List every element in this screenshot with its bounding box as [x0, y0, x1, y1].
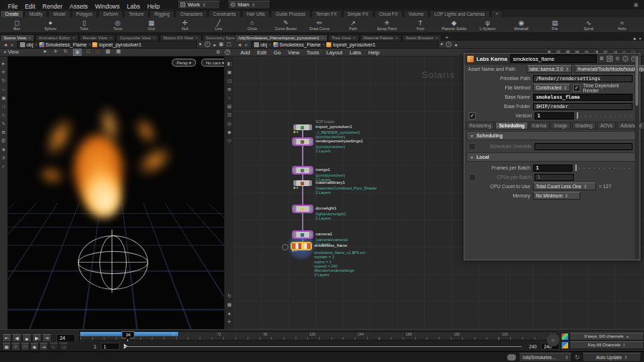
shelf-tool[interactable]: ψL-System — [471, 17, 504, 32]
shelf-tool[interactable]: ✏Draw Curve — [303, 17, 336, 32]
node-body[interactable] — [293, 180, 312, 186]
local-section-header[interactable]: Local — [467, 152, 638, 162]
node-import-pyrosolver[interactable]: SOP Import import_pyrosolver1 ../_RENDER… — [293, 124, 312, 130]
file-method-dropdown[interactable]: Constructed — [533, 84, 570, 92]
snapshot-icon[interactable]: ▣ — [219, 41, 224, 47]
menu-item[interactable]: Windows — [92, 3, 123, 10]
node-body[interactable] — [293, 167, 312, 173]
snap-tool-icon[interactable]: □ — [86, 49, 90, 56]
display-toggle-icon[interactable]: ▦ — [227, 302, 231, 308]
timeline-ruler[interactable]: 024487296120144168192216240 24 — [79, 331, 557, 341]
forward-icon[interactable]: ► — [244, 42, 249, 47]
pane-menu-icon[interactable]: ▾ — [639, 36, 641, 41]
base-name-field[interactable]: smokeless_flame — [533, 94, 633, 101]
shelf-tool[interactable]: ≈Helix — [605, 17, 639, 32]
display-toggle-icon[interactable]: ▲ — [227, 310, 231, 316]
display-toggle-icon[interactable]: ☷ — [228, 112, 232, 118]
playhead-flag[interactable]: 24 — [122, 331, 135, 338]
shelf-tab[interactable]: Rigging — [150, 10, 175, 17]
playbar-option-icon[interactable]: ▦ — [2, 343, 11, 351]
shelf-tab[interactable]: LOP Lights and Cameras — [429, 10, 490, 17]
node-smokeless-flame-rop[interactable]: smokeless_flame smokeless_flame_v1.$F4.e… — [292, 243, 311, 249]
viewport-tool-icon[interactable]: □ — [2, 104, 5, 109]
shelf-tab[interactable]: Characters — [175, 10, 208, 17]
display-toggle-icon[interactable]: ↻ — [228, 293, 231, 299]
shelf-tab[interactable]: Constraints — [208, 10, 241, 17]
breadcrumb-scene[interactable]: Smokeless_Flame — [273, 42, 321, 47]
display-toggle-icon[interactable]: ⊞ — [228, 87, 231, 92]
display-toggle-icon[interactable]: ◫ — [227, 78, 231, 84]
display-toggle-icon[interactable]: ✛ — [228, 319, 231, 325]
asset-path-dropdown[interactable]: /home/ati/Tools/htools/houdini/pac... — [575, 65, 644, 73]
shelf-tab[interactable]: Cloud FX — [374, 10, 403, 17]
shelf-tab[interactable]: Guide Process — [270, 10, 310, 17]
search-icon[interactable]: ⊙ — [615, 56, 620, 62]
pane-maximize-icon[interactable]: ■ — [633, 36, 636, 41]
display-toggle-icon[interactable]: ▤ — [227, 104, 231, 109]
shelf-tab[interactable]: + — [491, 10, 504, 17]
network-menu-item[interactable]: Go — [270, 49, 283, 56]
breadcrumb-root[interactable]: obj — [254, 42, 267, 47]
shelf-tool[interactable]: ◎Torus — [101, 17, 135, 32]
shelf-tab[interactable]: Texture — [124, 10, 149, 17]
node-domelight[interactable]: domelight1 /lights/domelight12 Layers — [293, 206, 312, 212]
shelf-tool[interactable]: ◉Metaball — [504, 17, 538, 32]
menu-item[interactable]: Render — [39, 3, 66, 10]
viewport-tool-icon[interactable]: ◈ — [2, 147, 6, 152]
shelf-tool[interactable]: ✛Null — [168, 17, 202, 32]
param-tab[interactable]: Scheduling — [495, 122, 528, 129]
select-tool-icon[interactable]: ► — [42, 49, 49, 56]
shelf-tool[interactable]: ∿Spiral — [572, 17, 605, 32]
scene-viewport[interactable]: Persp ▾ No cam ▾ ►✛↻↔▣□◇✎⊞☰◈#✓ ◧▣◫⊞○▤☷◎◆… — [0, 57, 234, 329]
gear-icon[interactable]: ⚙ — [215, 49, 221, 55]
viewport-tool-icon[interactable]: ✛ — [1, 69, 5, 75]
viewport-tool-icon[interactable]: ▣ — [1, 95, 6, 101]
path-dropdown-icon[interactable]: ▾ — [199, 41, 202, 47]
node-camera[interactable]: camera1 /cameras/camera12 Layers — [293, 232, 312, 238]
gear-icon[interactable]: ⚙ — [600, 56, 604, 62]
range-limit-icon[interactable]: ⇤ — [49, 343, 58, 351]
param-tab[interactable]: Rendering — [466, 122, 494, 129]
help-icon[interactable]: ? — [225, 49, 230, 55]
node-merge[interactable]: merge1 (pyro/pyrosolver)2 Layers — [293, 167, 312, 173]
view-menu[interactable]: ⌖ View — [4, 49, 19, 55]
display-toggle-icon[interactable]: ○ — [228, 95, 231, 101]
param-tab[interactable]: Advanced — [617, 122, 644, 129]
render-view-icon[interactable]: ◎ — [94, 49, 100, 56]
playbar-option-icon[interactable]: ⇥ — [39, 343, 48, 351]
viewport-tool-icon[interactable]: ✓ — [1, 164, 5, 170]
viewport-tool-icon[interactable]: ↻ — [1, 78, 5, 84]
shelf-tab[interactable]: Model — [48, 10, 70, 17]
shelf-tool[interactable]: ●Sphere — [34, 17, 67, 32]
help-card-icon[interactable]: H — [607, 56, 613, 62]
range-start-field[interactable]: 1 — [101, 343, 119, 350]
menubar-right-icon[interactable]: ▣ — [633, 2, 638, 8]
node-body[interactable] — [293, 139, 312, 145]
shelf-tab[interactable]: Modify — [24, 10, 48, 17]
frames-per-batch-slider[interactable] — [575, 165, 633, 171]
new-tab-button[interactable]: + — [442, 34, 452, 41]
viewport-tool-icon[interactable]: ☰ — [1, 138, 6, 144]
node-body[interactable] — [293, 232, 312, 238]
playbar-option-icon[interactable]: ◉ — [30, 343, 39, 351]
viewport-tool-icon[interactable]: ✎ — [1, 121, 5, 127]
key-icon[interactable]: ○ — [546, 333, 560, 347]
asset-definition-dropdown[interactable]: labs::karma::2.0 — [527, 65, 572, 73]
shelf-tab[interactable]: Volume — [404, 10, 429, 17]
node-body[interactable] — [293, 206, 312, 212]
network-menu-item[interactable]: Labs — [346, 49, 364, 56]
warning-icon[interactable]: ! — [446, 41, 452, 47]
display-option-icon[interactable]: ▩ — [105, 49, 112, 56]
persp-view-pill[interactable]: Persp ▾ — [172, 59, 196, 67]
camera-icon[interactable]: ▢ — [226, 41, 231, 47]
cpu-count-dropdown[interactable]: Total Count Less One — [533, 182, 596, 190]
node-body[interactable] — [292, 243, 311, 249]
handles-tool-icon[interactable]: ▣ — [73, 49, 82, 56]
network-menu-item[interactable]: Add — [238, 49, 253, 56]
keys-summary-button[interactable]: 0 keys, 0/0 channels▲ — [570, 333, 644, 341]
display-toggle-icon[interactable]: ◎ — [228, 121, 232, 127]
shelf-tool[interactable]: ↗Path — [336, 17, 370, 32]
breadcrumb-root[interactable]: obj — [20, 42, 33, 47]
network-menu-item[interactable]: View — [285, 49, 302, 56]
menu-item[interactable]: Assets — [66, 3, 92, 10]
